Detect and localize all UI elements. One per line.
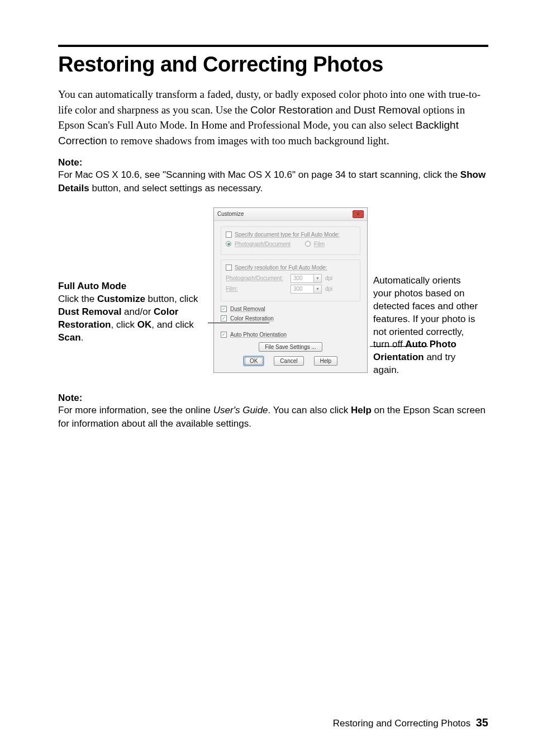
dust-removal-bold: Dust Removal xyxy=(58,306,121,317)
users-guide-term: User's Guide xyxy=(213,405,268,415)
right-callout: Automatically orients your photos based … xyxy=(373,207,480,377)
resolution-label: Specify resolution for Full Auto Mode: xyxy=(235,264,327,271)
dust-removal-row: ✓ Dust Removal xyxy=(221,306,360,312)
file-save-row: File Save Settings ... xyxy=(221,342,360,352)
res-film-dropdown[interactable]: 300 ▼ xyxy=(291,285,322,294)
color-restoration-label: Color Restoration xyxy=(230,315,274,322)
help-term: Help xyxy=(351,405,372,415)
chevron-down-icon-2: ▼ xyxy=(313,285,321,293)
cancel-button[interactable]: Cancel xyxy=(274,356,303,366)
top-rule xyxy=(58,45,488,47)
scan-bold: Scan xyxy=(58,332,81,343)
page-number: 35 xyxy=(476,716,488,729)
dpi-label-1: dpi xyxy=(325,275,332,281)
res-photo-dropdown[interactable]: 300 ▼ xyxy=(291,274,322,283)
page-footer: Restoring and Correcting Photos 35 xyxy=(0,716,488,729)
res-film-label: Film: xyxy=(226,286,287,292)
ok-button[interactable]: OK xyxy=(244,356,264,366)
dialog-body: Specify document type for Full Auto Mode… xyxy=(214,221,367,372)
file-save-settings-button[interactable]: File Save Settings ... xyxy=(259,342,322,352)
intro-text-d: to remove shadows from images with too m… xyxy=(107,135,389,147)
auto-photo-row: ✓ Auto Photo Orientation xyxy=(221,332,360,338)
res-photo-label: Photograph/Document: xyxy=(226,275,287,281)
left-e: , and click xyxy=(151,319,194,330)
res-film-value: 300 xyxy=(291,286,313,292)
figure-row: Full Auto Mode Click the Customize butto… xyxy=(58,207,488,377)
doc-type-header: Specify document type for Full Auto Mode… xyxy=(226,231,355,238)
note1-b: button, and select settings as necessary… xyxy=(89,183,263,193)
left-c: and/or xyxy=(121,306,154,317)
customize-term: Customize xyxy=(97,294,145,304)
note2-body: For more information, see the online Use… xyxy=(58,404,488,431)
resolution-header: Specify resolution for Full Auto Mode: xyxy=(226,264,355,271)
dpi-label-2: dpi xyxy=(325,286,332,292)
color-restoration-row: ✓ Color Restoration xyxy=(221,315,360,322)
dust-removal-term: Dust Removal xyxy=(354,104,420,116)
res-photo-row: Photograph/Document: 300 ▼ dpi xyxy=(226,274,355,283)
left-d: , click xyxy=(111,319,137,330)
note2-a: For more information, see the online xyxy=(58,405,213,415)
close-x: x xyxy=(357,211,360,216)
help-button[interactable]: Help xyxy=(314,356,338,366)
doc-type-checkbox[interactable] xyxy=(226,231,232,238)
left-b: button, click xyxy=(145,294,198,304)
film-radio-label: Film xyxy=(314,241,325,247)
dialog-titlebar: Customize x xyxy=(214,208,367,221)
note2-label: Note: xyxy=(58,393,488,404)
chevron-down-icon: ▼ xyxy=(313,275,321,282)
film-radio[interactable] xyxy=(305,241,311,247)
resolution-checkbox[interactable] xyxy=(226,264,232,271)
resolution-group: Specify resolution for Full Auto Mode: P… xyxy=(221,259,360,301)
leader-line-right xyxy=(370,346,428,347)
auto-photo-label: Auto Photo Orientation xyxy=(230,332,287,338)
dust-removal-checkbox[interactable]: ✓ xyxy=(221,306,227,312)
footer-text: Restoring and Correcting Photos xyxy=(333,718,471,729)
doc-type-label: Specify document type for Full Auto Mode… xyxy=(235,231,340,238)
left-f: . xyxy=(81,332,84,343)
note1-label: Note: xyxy=(58,157,488,168)
dialog-button-row: OK Cancel Help xyxy=(221,356,360,366)
note2-b: . You can also click xyxy=(268,405,351,415)
full-auto-mode-title: Full Auto Mode xyxy=(58,280,208,293)
intro-paragraph: You can automatically transform a faded,… xyxy=(58,87,488,148)
dust-removal-label: Dust Removal xyxy=(230,306,265,312)
doc-type-options: Photograph/Document Film xyxy=(226,241,355,247)
note1-a: For Mac OS X 10.6, see "Scanning with Ma… xyxy=(58,169,460,180)
auto-photo-checkbox[interactable]: ✓ xyxy=(221,332,227,338)
color-restoration-term: Color Restoration xyxy=(250,104,333,116)
color-restoration-checkbox[interactable]: ✓ xyxy=(221,315,227,322)
page-heading: Restoring and Correcting Photos xyxy=(58,53,488,77)
intro-text-b: and xyxy=(333,104,354,116)
photo-radio[interactable] xyxy=(226,241,231,247)
doc-type-group: Specify document type for Full Auto Mode… xyxy=(221,226,360,255)
customize-dialog: Customize x Specify document type for Fu… xyxy=(213,207,368,373)
leader-line-left xyxy=(208,323,269,323)
left-a: Click the xyxy=(58,294,97,304)
ok-bold: OK xyxy=(137,319,152,330)
note1-body: For Mac OS X 10.6, see "Scanning with Ma… xyxy=(58,168,488,195)
dialog-title-text: Customize xyxy=(217,211,244,217)
left-callout: Full Auto Mode Click the Customize butto… xyxy=(58,207,208,344)
res-photo-value: 300 xyxy=(291,275,313,281)
photo-radio-label: Photograph/Document xyxy=(235,241,291,247)
res-film-row: Film: 300 ▼ dpi xyxy=(226,285,355,294)
close-icon[interactable]: x xyxy=(353,210,364,218)
